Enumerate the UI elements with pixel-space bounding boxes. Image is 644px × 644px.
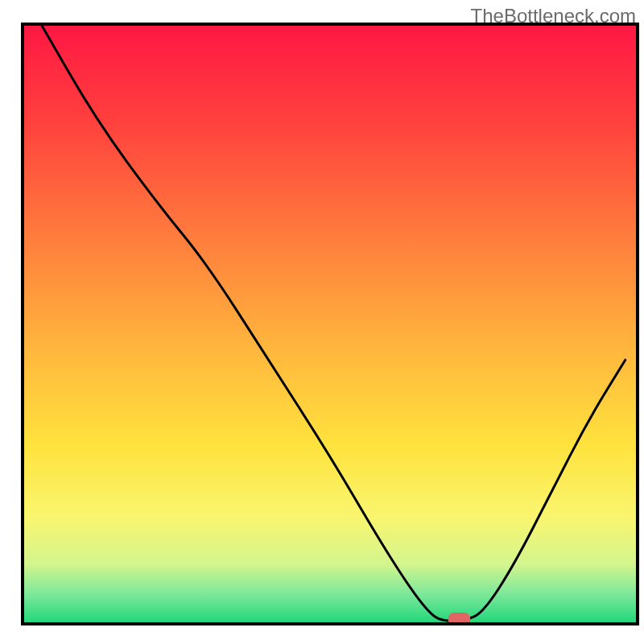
svg-rect-0 — [23, 24, 638, 624]
bottleneck-chart — [0, 0, 644, 644]
watermark-text: TheBottleneck.com — [471, 5, 636, 27]
chart-container: TheBottleneck.com — [0, 0, 644, 644]
